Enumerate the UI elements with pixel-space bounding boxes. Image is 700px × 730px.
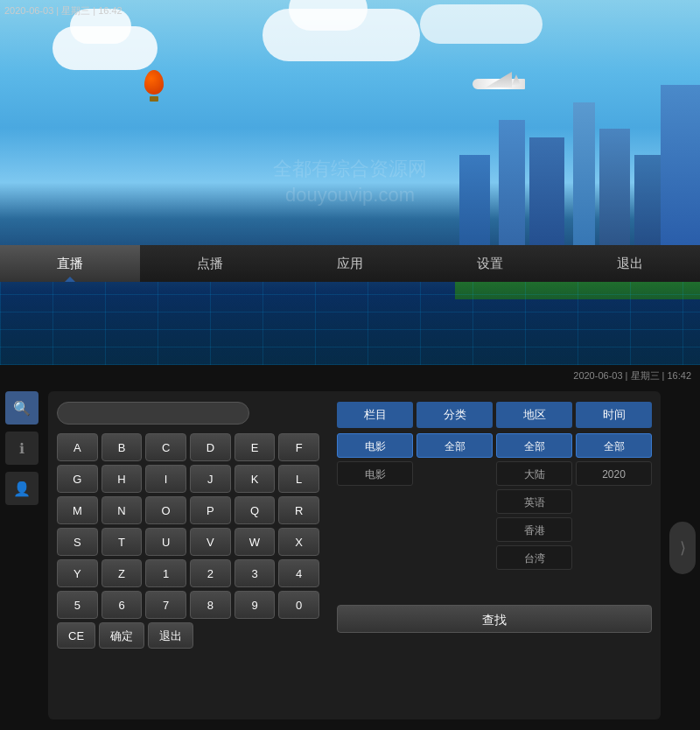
filter-opt-empty6 xyxy=(416,489,493,514)
filter-opt-movie2[interactable]: 电影 xyxy=(337,461,413,486)
key-H[interactable]: H xyxy=(102,465,143,493)
balloon-body xyxy=(144,70,164,95)
filter-opt-empty8 xyxy=(416,545,493,570)
key-T[interactable]: T xyxy=(102,528,143,556)
sidebar-user[interactable]: 👤 xyxy=(5,472,38,505)
scroll-hint: ⟩ xyxy=(669,522,696,574)
filter-opt-all-region[interactable]: 全部 xyxy=(496,433,572,458)
balloon-basket xyxy=(150,96,158,102)
filter-opt-empty2 xyxy=(337,517,413,542)
bottom-datetime: 2020-06-03 | 星期三 | 16:42 xyxy=(573,369,691,383)
filter-opt-empty7 xyxy=(416,517,493,542)
filter-opt-empty12 xyxy=(576,517,652,542)
key-P[interactable]: P xyxy=(190,496,231,524)
key-A[interactable]: A xyxy=(57,433,98,461)
filter-tab-category[interactable]: 分类 xyxy=(416,402,493,428)
filter-tab-region[interactable]: 地区 xyxy=(496,402,572,428)
key-9[interactable]: 9 xyxy=(234,591,276,619)
top-datetime: 2020-06-03 | 星期三 | 16:42 xyxy=(4,4,122,18)
filter-opt-empty3 xyxy=(337,545,413,570)
key-3[interactable]: 3 xyxy=(234,559,276,587)
key-7[interactable]: 7 xyxy=(145,591,186,619)
key-D[interactable]: D xyxy=(190,433,231,461)
nav-bar: 直播 点播 应用 设置 退出 xyxy=(0,245,700,282)
top-section: 全都有综合资源网 douyouvip.com 2020-06-03 | 星期三 … xyxy=(0,0,700,365)
key-5[interactable]: 5 xyxy=(57,591,98,619)
key-V[interactable]: V xyxy=(190,528,231,556)
filter-options: 电影 电影 全部 xyxy=(337,433,652,598)
key-E[interactable]: E xyxy=(234,433,276,461)
filter-opt-empty4 xyxy=(337,573,413,598)
filter-opt-all-cat[interactable]: 全部 xyxy=(416,433,493,458)
key-F[interactable]: F xyxy=(278,433,319,461)
key-N[interactable]: N xyxy=(102,496,143,524)
search-button[interactable]: 查找 xyxy=(337,605,652,633)
filter-col-channel: 电影 电影 xyxy=(337,433,413,598)
key-S[interactable]: S xyxy=(57,528,98,556)
cloud-2 xyxy=(262,9,420,61)
key-B[interactable]: B xyxy=(102,433,143,461)
filter-opt-all-time[interactable]: 全部 xyxy=(576,433,652,458)
key-W[interactable]: W xyxy=(234,528,276,556)
filter-opt-empty14 xyxy=(576,573,652,598)
key-U[interactable]: U xyxy=(145,528,186,556)
key-back[interactable]: 退出 xyxy=(148,622,193,649)
search-input[interactable] xyxy=(57,402,249,425)
keyboard-actions: CE 确定 退出 xyxy=(57,622,319,649)
filter-opt-empty11 xyxy=(576,489,652,514)
keyboard-section: A B C D E F G H I J K L M N O xyxy=(48,391,328,719)
key-O[interactable]: O xyxy=(145,496,186,524)
panel-body: A B C D E F G H I J K L M N O xyxy=(48,391,661,719)
bottom-section: 2020-06-03 | 星期三 | 16:42 🔍 ℹ 👤 A B C D E… xyxy=(0,365,700,730)
key-0[interactable]: 0 xyxy=(278,591,319,619)
key-ce[interactable]: CE xyxy=(57,622,95,649)
key-confirm[interactable]: 确定 xyxy=(99,622,144,649)
filter-opt-empty13 xyxy=(576,545,652,570)
sidebar-info[interactable]: ℹ xyxy=(5,432,38,465)
filter-col-time: 全部 2020 xyxy=(576,433,652,598)
key-Y[interactable]: Y xyxy=(57,559,98,587)
keyboard-grid: A B C D E F G H I J K L M N O xyxy=(57,433,319,619)
filter-opt-movie[interactable]: 电影 xyxy=(337,433,413,458)
cloud-1 xyxy=(52,26,158,70)
filter-tabs: 栏目 分类 地区 时间 xyxy=(337,402,652,428)
key-C[interactable]: C xyxy=(145,433,186,461)
key-Q[interactable]: Q xyxy=(234,496,276,524)
filter-opt-english[interactable]: 英语 xyxy=(496,489,572,514)
filter-col-region: 全部 大陆 英语 香港 台湾 xyxy=(496,433,572,598)
key-G[interactable]: G xyxy=(57,465,98,493)
key-R[interactable]: R xyxy=(278,496,319,524)
key-I[interactable]: I xyxy=(145,465,186,493)
balloon xyxy=(144,70,164,102)
nav-item-exit[interactable]: 退出 xyxy=(560,245,700,282)
filter-opt-2020[interactable]: 2020 xyxy=(576,461,652,486)
filter-opt-empty5 xyxy=(416,461,493,486)
cloud-3 xyxy=(420,4,542,44)
filter-tab-time[interactable]: 时间 xyxy=(576,402,652,428)
key-J[interactable]: J xyxy=(190,465,231,493)
key-4[interactable]: 4 xyxy=(278,559,319,587)
filter-opt-taiwan[interactable]: 台湾 xyxy=(496,545,572,570)
filter-tab-channel[interactable]: 栏目 xyxy=(337,402,413,428)
filter-opt-hk[interactable]: 香港 xyxy=(496,517,572,542)
filter-opt-empty10 xyxy=(496,573,572,598)
nav-item-settings[interactable]: 设置 xyxy=(420,245,560,282)
nav-item-vod[interactable]: 点播 xyxy=(140,245,280,282)
key-Z[interactable]: Z xyxy=(102,559,143,587)
main-panel: A B C D E F G H I J K L M N O xyxy=(48,391,661,719)
key-L[interactable]: L xyxy=(278,465,319,493)
filter-col-category: 全部 xyxy=(416,433,493,598)
key-2[interactable]: 2 xyxy=(190,559,231,587)
key-X[interactable]: X xyxy=(278,528,319,556)
key-8[interactable]: 8 xyxy=(190,591,231,619)
key-6[interactable]: 6 xyxy=(102,591,143,619)
content-section: 栏目 分类 地区 时间 电影 电影 xyxy=(337,402,652,712)
nav-item-apps[interactable]: 应用 xyxy=(280,245,420,282)
key-M[interactable]: M xyxy=(57,496,98,524)
sidebar-search[interactable]: 🔍 xyxy=(5,391,38,425)
key-1[interactable]: 1 xyxy=(145,559,186,587)
filter-opt-empty9 xyxy=(416,573,493,598)
filter-opt-mainland[interactable]: 大陆 xyxy=(496,461,572,486)
key-K[interactable]: K xyxy=(234,465,276,493)
nav-item-live[interactable]: 直播 xyxy=(0,245,140,282)
